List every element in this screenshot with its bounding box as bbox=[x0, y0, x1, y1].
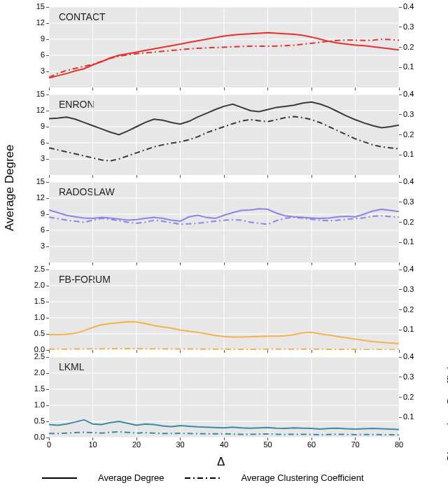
y-axis-left-label: Average Degree bbox=[3, 145, 17, 232]
ytick-right: 0.2 bbox=[403, 130, 414, 139]
ytick-left: 1.5 bbox=[24, 384, 45, 393]
legend-degree-label: Average Degree bbox=[98, 472, 164, 483]
ytick-right: 0.1 bbox=[403, 237, 414, 246]
panel-enron: ENRON36912150.10.20.30.4 bbox=[49, 94, 399, 175]
ytick-right: 0.4 bbox=[403, 265, 414, 273]
ytick-right: 0.4 bbox=[403, 177, 414, 186]
ytick-right: 0.1 bbox=[403, 150, 414, 158]
panel-contact: CONTACT36912150.10.20.30.4 bbox=[49, 7, 399, 88]
ytick-right: 0.2 bbox=[403, 393, 414, 401]
ytick-right: 0.3 bbox=[403, 285, 414, 293]
panel-stack: CONTACT36912150.10.20.30.4ENRON36912150.… bbox=[49, 7, 399, 444]
plot-svg bbox=[49, 7, 399, 88]
plot-svg bbox=[49, 357, 399, 438]
ytick-left: 1.5 bbox=[24, 297, 45, 305]
ytick-left: 15 bbox=[24, 177, 45, 186]
ytick-right: 0.1 bbox=[403, 412, 414, 421]
xtick: 80 bbox=[392, 440, 406, 449]
ytick-right: 0.2 bbox=[403, 218, 414, 226]
ytick-left: 9 bbox=[24, 34, 45, 43]
ytick-right: 0.2 bbox=[403, 305, 414, 314]
xtick: 0 bbox=[42, 440, 56, 449]
x-axis-label: Δ bbox=[217, 455, 225, 469]
ytick-left: 0.5 bbox=[24, 329, 45, 337]
ytick-left: 2.0 bbox=[24, 368, 45, 377]
ytick-left: 3 bbox=[24, 154, 45, 162]
ytick-left: 12 bbox=[24, 106, 45, 114]
ytick-left: 12 bbox=[24, 193, 45, 202]
ytick-left: 9 bbox=[24, 209, 45, 218]
ytick-right: 0.4 bbox=[403, 352, 414, 360]
ytick-left: 2.0 bbox=[24, 281, 45, 289]
y-axis-right-label: Average Clustering Coefficient bbox=[445, 350, 448, 490]
ytick-left: 2.5 bbox=[24, 352, 45, 360]
ytick-left: 9 bbox=[24, 122, 45, 130]
ytick-left: 12 bbox=[24, 18, 45, 27]
xtick: 50 bbox=[261, 440, 275, 449]
ytick-right: 0.1 bbox=[403, 325, 414, 333]
xtick: 40 bbox=[217, 440, 231, 449]
ytick-right: 0.4 bbox=[403, 2, 414, 10]
xtick: 30 bbox=[174, 440, 188, 449]
ytick-left: 2.5 bbox=[24, 265, 45, 273]
legend-dashdot-icon bbox=[185, 473, 220, 483]
ytick-left: 3 bbox=[24, 241, 45, 250]
ytick-right: 0.3 bbox=[403, 110, 414, 118]
xtick: 20 bbox=[130, 440, 144, 449]
ytick-left: 0.5 bbox=[24, 416, 45, 425]
ytick-left: 15 bbox=[24, 2, 45, 10]
panel-lkml: LKML0.00.51.01.52.02.50.10.20.30.4010203… bbox=[49, 357, 399, 438]
legend: Average Degree Average Clustering Coeffi… bbox=[42, 472, 413, 483]
plot-svg bbox=[49, 270, 399, 350]
xtick: 70 bbox=[349, 440, 363, 449]
ytick-left: 6 bbox=[24, 50, 45, 59]
ytick-left: 6 bbox=[24, 138, 45, 146]
ytick-right: 0.1 bbox=[403, 62, 414, 71]
ytick-left: 1.0 bbox=[24, 400, 45, 409]
panel-fb-forum: FB-FORUM0.00.51.01.52.02.50.10.20.30.4 bbox=[49, 270, 399, 350]
ytick-right: 0.3 bbox=[403, 197, 414, 206]
panel-radoslaw: RADOSLAW36912150.10.20.30.4 bbox=[49, 182, 399, 262]
ytick-left: 3 bbox=[24, 66, 45, 75]
legend-cc-label: Average Clustering Coefficient bbox=[241, 472, 363, 483]
ytick-left: 15 bbox=[24, 90, 45, 98]
plot-svg bbox=[49, 182, 399, 262]
ytick-left: 6 bbox=[24, 225, 45, 234]
ytick-right: 0.3 bbox=[403, 22, 414, 31]
xtick: 10 bbox=[86, 440, 100, 449]
ytick-right: 0.3 bbox=[403, 372, 414, 381]
legend-solid-icon bbox=[42, 473, 77, 483]
ytick-right: 0.4 bbox=[403, 90, 414, 98]
figure: Average Degree Average Clustering Coeffi… bbox=[0, 0, 448, 490]
xtick: 60 bbox=[304, 440, 318, 449]
ytick-right: 0.2 bbox=[403, 43, 414, 51]
plot-svg bbox=[49, 94, 399, 175]
ytick-left: 1.0 bbox=[24, 313, 45, 321]
